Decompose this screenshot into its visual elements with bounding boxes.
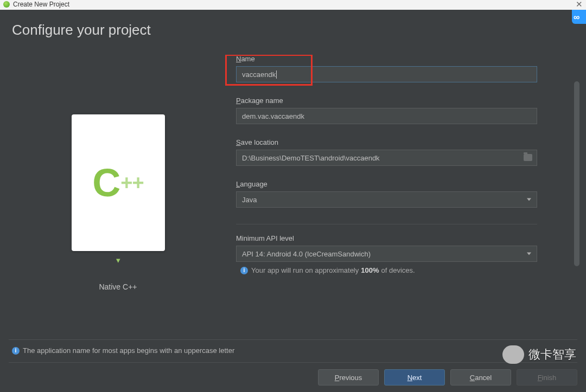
min-api-select[interactable]: API 14: Android 4.0 (IceCreamSandwich) (236, 246, 537, 262)
window-title: Create New Project (13, 1, 576, 8)
wizard-body: ∞ Configure your project C++ ▾ Native C+… (0, 10, 586, 392)
watermark: 微卡智享 (502, 345, 576, 364)
language-select[interactable]: Java (236, 191, 537, 208)
field-min-api: Minimum API level API 14: Android 4.0 (I… (236, 234, 537, 274)
cancel-button[interactable]: Cancel (450, 369, 511, 385)
validation-hint: i The application name for most apps beg… (0, 340, 586, 362)
titlebar: Create New Project ✕ (0, 0, 586, 10)
wizard-window: Create New Project ✕ ∞ Configure your pr… (0, 0, 586, 392)
name-label: Name (236, 55, 537, 63)
next-button[interactable]: Next (384, 369, 445, 385)
save-location-label: Save location (236, 138, 537, 146)
android-studio-icon (3, 1, 10, 8)
project-form: Name vaccaendk Package name dem.vac.vacc… (236, 55, 586, 339)
cpp-logo-icon: C++ (92, 160, 143, 205)
template-thumbnail: C++ (72, 114, 165, 251)
language-label: Language (236, 180, 537, 188)
api-coverage-note: i Your app will run on approximately100%… (236, 266, 537, 274)
package-input[interactable]: dem.vac.vaccaendk (236, 108, 537, 124)
text-caret-icon (276, 70, 277, 79)
wizard-buttons: Previous Next Cancel Finish (0, 363, 586, 392)
corner-badge-icon: ∞ (572, 10, 586, 24)
template-preview-column: C++ ▾ Native C++ (0, 55, 236, 339)
field-language: Language Java (236, 180, 537, 208)
template-thumb-accent: ▾ (0, 255, 236, 265)
template-name: Native C++ (99, 282, 137, 291)
previous-button[interactable]: Previous (318, 369, 379, 385)
name-input-focus-ring (236, 66, 537, 82)
close-icon[interactable]: ✕ (576, 0, 583, 9)
save-location-input[interactable]: D:\Business\DemoTEST\android\vaccaendk (236, 150, 537, 166)
scrollbar-thumb[interactable] (574, 81, 579, 266)
name-input[interactable]: vaccaendk (236, 66, 537, 82)
field-name: Name vaccaendk (236, 55, 537, 82)
vertical-scrollbar[interactable] (574, 81, 579, 331)
field-save-location: Save location D:\Business\DemoTEST\andro… (236, 138, 537, 166)
min-api-label: Minimum API level (236, 234, 537, 242)
field-package: Package name dem.vac.vaccaendk (236, 97, 537, 124)
info-icon: i (12, 347, 20, 355)
browse-folder-icon[interactable] (524, 154, 532, 161)
finish-button: Finish (517, 369, 577, 385)
package-label: Package name (236, 97, 537, 105)
section-divider (236, 224, 537, 224)
page-title: Configure your project (12, 22, 586, 38)
wechat-bubble-icon (502, 345, 524, 364)
info-icon: i (240, 267, 248, 274)
